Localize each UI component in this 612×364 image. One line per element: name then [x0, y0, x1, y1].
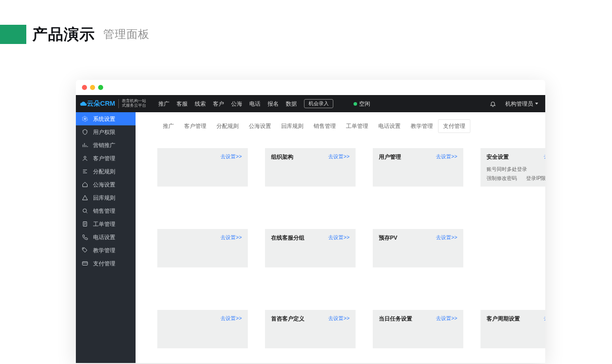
tab[interactable]: 工单管理: [341, 119, 373, 133]
nav-item[interactable]: 推广: [158, 100, 169, 108]
person-icon: [82, 155, 88, 161]
cloud-icon: 云朵CRM: [80, 99, 115, 108]
svg-point-0: [84, 118, 86, 120]
sidebar-item-teaching-mgmt[interactable]: 教学管理: [76, 244, 136, 257]
tab[interactable]: 推广: [158, 119, 179, 133]
chart-icon: [82, 142, 88, 148]
sidebar-item-label: 销售管理: [93, 207, 115, 215]
card-link[interactable]: 去设置>>: [436, 234, 457, 241]
settings-card-org: 组织架构 去设置>>: [265, 148, 356, 187]
tab[interactable]: 教学管理: [406, 119, 438, 133]
card-icon: [82, 260, 88, 266]
sidebar-item-marketing[interactable]: 营销推广: [76, 139, 136, 152]
card-title: 客户周期设置: [487, 315, 520, 322]
sidebar-item-phone-settings[interactable]: 电话设置: [76, 231, 136, 244]
logo-tagline: 教育机构一站 式服务云平台: [118, 99, 146, 108]
settings-card: 去设置>>: [157, 148, 248, 187]
record-button[interactable]: 机会录入: [304, 99, 333, 108]
rule-icon: [82, 168, 88, 174]
sidebar-item-label: 电话设置: [93, 234, 115, 241]
svg-point-2: [83, 209, 86, 212]
settings-card-customer-cycle: 客户周期设置 去设置>>: [480, 310, 545, 348]
card-title: 组织架构: [271, 154, 293, 160]
sidebar-item-label: 用户权限: [93, 128, 115, 136]
settings-card-online-group: 在线客服分组 去设置>>: [265, 229, 356, 267]
nav-item[interactable]: 客服: [177, 100, 188, 108]
tab-bar: 推广 客户管理 分配规则 公海设置 回库规则 销售管理 工单管理 电话设置 教学…: [136, 112, 545, 133]
tab[interactable]: 客户管理: [179, 119, 211, 133]
sidebar-item-system-settings[interactable]: 系统设置: [76, 112, 136, 125]
sidebar-item-label: 工单管理: [93, 220, 115, 228]
card-grid: 去设置>> 组织架构 去设置>> 用户管理 去设置>> 安全设置 去设置>> 账…: [136, 133, 545, 348]
settings-card: 去设置>>: [157, 229, 248, 267]
tab[interactable]: 分配规则: [211, 119, 244, 133]
card-link[interactable]: 去设置>>: [328, 234, 349, 241]
tab[interactable]: 电话设置: [373, 119, 406, 133]
sidebar-item-user-perms[interactable]: 用户权限: [76, 125, 136, 139]
tag-icon: [82, 247, 88, 253]
settings-card: 去设置>>: [157, 310, 248, 348]
sale-icon: [82, 208, 88, 214]
window-min-dot[interactable]: [90, 85, 95, 90]
sidebar-item-return-rules[interactable]: 回库规则: [76, 191, 136, 204]
nav-item[interactable]: 客户: [213, 100, 224, 108]
sidebar-item-label: 客户管理: [93, 155, 115, 162]
card-link[interactable]: 去设置>>: [436, 315, 457, 322]
chevron-down-icon: [535, 103, 538, 105]
nav-item[interactable]: 报名: [268, 100, 279, 108]
svg-point-1: [84, 156, 86, 158]
detail-item: 登录IP限制: [526, 175, 545, 182]
sidebar-item-label: 营销推广: [93, 142, 115, 149]
tab[interactable]: 销售管理: [309, 119, 341, 133]
app-window: 云朵CRM 教育机构一站 式服务云平台 推广 客服 线索 客户 公海 电话 报名…: [76, 80, 545, 363]
sidebar-item-label: 回库规则: [93, 194, 115, 202]
card-title: 在线客服分组: [271, 235, 304, 241]
card-link[interactable]: 去设置>>: [328, 315, 349, 322]
window-close-dot[interactable]: [82, 85, 87, 90]
tab[interactable]: 公海设置: [244, 119, 276, 133]
house-icon: [82, 181, 88, 188]
card-link[interactable]: 去设置>>: [436, 153, 457, 160]
user-menu[interactable]: 机构管理员: [505, 100, 538, 108]
sidebar-item-alloc-rules[interactable]: 分配规则: [76, 165, 136, 178]
window-max-dot[interactable]: [98, 85, 103, 90]
svg-point-4: [83, 249, 84, 249]
card-link[interactable]: 去设置>>: [328, 153, 349, 160]
card-link[interactable]: 去设置>>: [221, 234, 242, 241]
doc-icon: [82, 221, 88, 227]
status-text: 空闲: [359, 100, 370, 108]
card-link[interactable]: 去设置>>: [221, 315, 242, 322]
sidebar-item-customer-mgmt[interactable]: 客户管理: [76, 152, 136, 165]
card-title: 当日任务设置: [379, 315, 412, 322]
card-link[interactable]: 去设置>>: [544, 153, 545, 160]
sidebar-item-sea-settings[interactable]: 公海设置: [76, 178, 136, 191]
tab[interactable]: 支付管理: [438, 119, 470, 133]
sidebar-item-payment-mgmt[interactable]: 支付管理: [76, 257, 136, 270]
card-link[interactable]: 去设置>>: [544, 315, 545, 322]
logo-text: 云朵CRM: [87, 99, 115, 108]
settings-card-first-consult: 首咨客户定义 去设置>>: [265, 310, 356, 348]
window-chrome: [76, 80, 545, 95]
sidebar-item-label: 系统设置: [93, 115, 115, 123]
bell-icon[interactable]: [490, 101, 496, 107]
settings-card-daily-task: 当日任务设置 去设置>>: [373, 310, 463, 348]
sidebar-item-label: 教学管理: [93, 247, 115, 254]
sidebar-item-sales-mgmt[interactable]: 销售管理: [76, 204, 136, 217]
accent-bar: [0, 25, 26, 44]
card-title: 首咨客户定义: [271, 315, 304, 322]
card-title: 预存PV: [379, 235, 398, 241]
nav-item[interactable]: 线索: [195, 100, 206, 108]
detail-item: 账号同时多处登录: [487, 166, 527, 173]
settings-card-pv: 预存PV 去设置>>: [373, 229, 463, 267]
settings-icon: [82, 116, 88, 122]
status-dot-icon: [354, 102, 357, 106]
nav-item[interactable]: 电话: [249, 100, 260, 108]
nav-item[interactable]: 公海: [231, 100, 242, 108]
tab[interactable]: 回库规则: [276, 119, 309, 133]
sidebar-item-ticket-mgmt[interactable]: 工单管理: [76, 217, 136, 231]
nav-item[interactable]: 数据: [286, 100, 297, 108]
page-title-sub: 管理面板: [103, 27, 150, 42]
sidebar-item-label: 分配规则: [93, 168, 115, 175]
svg-rect-5: [82, 262, 88, 265]
card-link[interactable]: 去设置>>: [221, 153, 242, 160]
